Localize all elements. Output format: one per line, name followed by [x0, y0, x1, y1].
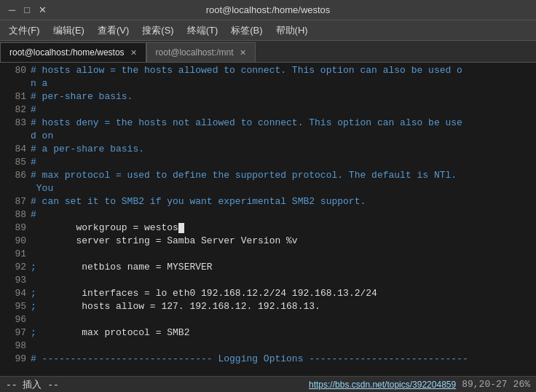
line-text: You: [31, 183, 53, 194]
line-row: 97; max protocol = SMB2: [0, 326, 536, 340]
menu-item-查看(V)[interactable]: 查看(V): [92, 23, 135, 39]
line-row: 83# hosts deny = the hosts not allowed t…: [0, 117, 536, 130]
line-text: # a per-share basis.: [31, 144, 144, 154]
line-row: 92; netbios name = MYSERVER: [0, 261, 536, 274]
line-content: ; max protocol = SMB2: [31, 326, 533, 340]
line-row: 95; hosts allow = 127. 192.168.12. 192.1…: [0, 300, 536, 313]
menu-item-搜索(S)[interactable]: 搜索(S): [136, 23, 179, 39]
line-row: 80# hosts allow = the hosts allowed to c…: [0, 64, 536, 77]
line-text: hosts allow = 127. 192.168.12. 192.168.1…: [36, 301, 320, 312]
line-content: d on: [31, 130, 533, 143]
line-row: 86# max protocol = used to define the su…: [0, 169, 536, 182]
line-content: # hosts allow = the hosts allowed to con…: [31, 64, 533, 77]
line-number: 85: [3, 156, 26, 169]
line-row: d on: [0, 130, 536, 143]
line-text: ;: [31, 288, 36, 299]
maximize-button[interactable]: □: [21, 4, 33, 15]
line-text: #: [31, 209, 36, 220]
line-number: 87: [3, 195, 26, 208]
line-number: 94: [3, 287, 26, 300]
line-row: 84# a per-share basis.: [0, 143, 536, 156]
line-number: 92: [3, 261, 26, 274]
line-content: # hosts deny = the hosts not allowed to …: [31, 117, 533, 130]
menu-item-标签(B)[interactable]: 标签(B): [225, 23, 268, 39]
menu-item-帮助(H)[interactable]: 帮助(H): [270, 23, 314, 39]
line-text: # can set it to SMB2 if you want experim…: [31, 196, 366, 207]
tab-0[interactable]: root@localhost:/home/westos✕: [0, 42, 146, 62]
tab-label-0: root@localhost:/home/westos: [9, 47, 125, 58]
title-bar: ─ □ ✕ root@localhost:/home/westos: [0, 0, 536, 20]
line-number: 81: [3, 90, 26, 103]
line-content: # ------------------------------ Logging…: [31, 353, 533, 366]
line-row: 93: [0, 274, 536, 287]
line-content: You: [31, 182, 533, 195]
line-content: workgroup = westos: [31, 222, 533, 235]
line-content: #: [31, 208, 533, 222]
tab-close-0[interactable]: ✕: [130, 48, 137, 58]
line-content: # per-share basis.: [31, 90, 533, 103]
line-row: 85#: [0, 156, 536, 169]
line-content: ; hosts allow = 127. 192.168.12. 192.168…: [31, 300, 533, 313]
line-text: # ------------------------------ Logging…: [31, 353, 468, 364]
editor: 80# hosts allow = the hosts allowed to c…: [0, 63, 536, 376]
line-text: # hosts allow = the hosts allowed to con…: [31, 65, 462, 76]
vim-mode: -- 插入 --: [6, 378, 59, 391]
line-number: 84: [3, 143, 26, 156]
line-content: # max protocol = used to define the supp…: [31, 169, 533, 182]
line-content: #: [31, 156, 533, 169]
text-cursor: [178, 223, 184, 233]
line-text: n a: [31, 78, 47, 89]
tab-label-1: root@localhost:/mnt: [156, 47, 234, 58]
line-text: workgroup = westos: [31, 222, 178, 233]
line-row: 89 workgroup = westos: [0, 222, 536, 235]
line-text: netbios name = MYSERVER: [36, 262, 213, 273]
line-number: 97: [3, 326, 26, 340]
line-row: 96: [0, 313, 536, 326]
line-number: 88: [3, 208, 26, 222]
close-button[interactable]: ✕: [36, 4, 50, 15]
line-row: 94; interfaces = lo eth0 192.168.12.2/24…: [0, 287, 536, 300]
line-content: # can set it to SMB2 if you want experim…: [31, 195, 533, 208]
line-content: #: [31, 103, 533, 117]
line-text: ;: [31, 262, 36, 273]
help-link[interactable]: https://bbs.csdn.net/topics/392204859: [309, 380, 456, 390]
menu-item-编辑(E)[interactable]: 编辑(E): [47, 23, 90, 39]
line-content: # a per-share basis.: [31, 143, 533, 156]
line-row: You: [0, 182, 536, 195]
line-row: 82#: [0, 103, 536, 117]
line-text: max protocol = SMB2: [36, 327, 190, 338]
tab-bar: root@localhost:/home/westos✕root@localho…: [0, 41, 536, 63]
cursor-position: 89,20-27: [462, 379, 507, 390]
line-content: ; interfaces = lo eth0 192.168.12.2/24 1…: [31, 287, 533, 300]
tab-close-1[interactable]: ✕: [240, 48, 246, 58]
line-text: server string = Samba Server Version %v: [31, 235, 298, 246]
line-text: ;: [31, 301, 36, 312]
line-content: server string = Samba Server Version %v: [31, 235, 533, 248]
menu-item-终端(T)[interactable]: 终端(T): [181, 23, 224, 39]
line-content: ; netbios name = MYSERVER: [31, 261, 533, 274]
line-number: 83: [3, 117, 26, 130]
line-number: 80: [3, 64, 26, 77]
menu-item-文件(F)[interactable]: 文件(F): [3, 23, 46, 39]
line-number: 86: [3, 169, 26, 182]
minimize-button[interactable]: ─: [6, 4, 18, 15]
line-number: 89: [3, 222, 26, 235]
line-text: d on: [31, 130, 53, 141]
tab-1[interactable]: root@localhost:/mnt✕: [146, 42, 256, 62]
line-number: 98: [3, 340, 26, 353]
line-text: # max protocol = used to define the supp…: [31, 170, 457, 181]
line-text: #: [31, 157, 36, 168]
line-row: 98: [0, 340, 536, 353]
line-row: 90 server string = Samba Server Version …: [0, 235, 536, 248]
editor-content: 80# hosts allow = the hosts allowed to c…: [0, 63, 536, 376]
scroll-percent: 26%: [513, 379, 530, 390]
line-text: interfaces = lo eth0 192.168.12.2/24 192…: [36, 288, 377, 299]
line-number: 91: [3, 248, 26, 261]
line-number: 82: [3, 103, 26, 117]
line-number: 93: [3, 274, 26, 287]
menu-bar: 文件(F)编辑(E)查看(V)搜索(S)终端(T)标签(B)帮助(H): [0, 20, 536, 41]
line-text: #: [31, 104, 36, 115]
line-row: 88#: [0, 208, 536, 222]
window-title: root@localhost:/home/westos: [50, 4, 486, 15]
line-row: 87# can set it to SMB2 if you want exper…: [0, 195, 536, 208]
